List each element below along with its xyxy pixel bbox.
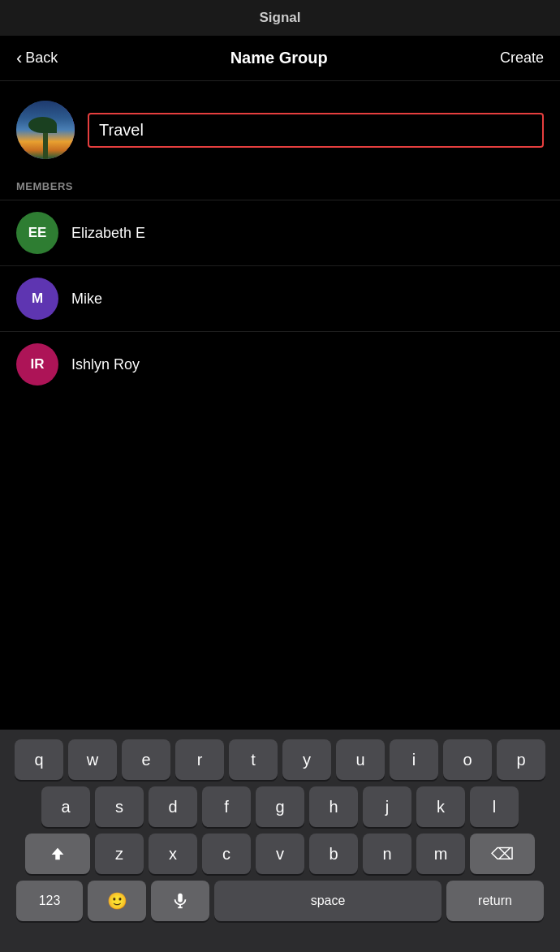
nav-bar: ‹ Back Name Group Create bbox=[0, 36, 560, 81]
avatar: IR bbox=[16, 343, 58, 386]
key-a[interactable]: a bbox=[41, 786, 90, 827]
emoji-key[interactable]: 🙂 bbox=[88, 881, 146, 921]
key-d[interactable]: d bbox=[149, 786, 197, 827]
avatar-initials: EE bbox=[28, 225, 47, 241]
back-label: Back bbox=[25, 50, 58, 67]
key-s[interactable]: s bbox=[95, 786, 144, 827]
group-avatar-image bbox=[16, 101, 75, 159]
numbers-label: 123 bbox=[39, 894, 61, 908]
key-l[interactable]: l bbox=[470, 786, 519, 827]
back-chevron-icon: ‹ bbox=[16, 50, 22, 67]
key-t[interactable]: t bbox=[229, 739, 278, 780]
shift-icon bbox=[49, 845, 67, 863]
group-name-section bbox=[0, 81, 560, 172]
members-label: MEMBERS bbox=[16, 180, 73, 192]
key-j[interactable]: j bbox=[363, 786, 411, 827]
key-k[interactable]: k bbox=[416, 786, 465, 827]
group-name-input-wrapper bbox=[88, 113, 544, 148]
back-button[interactable]: ‹ Back bbox=[16, 50, 58, 67]
key-n[interactable]: n bbox=[363, 834, 411, 874]
members-header: MEMBERS bbox=[0, 172, 560, 200]
key-o[interactable]: o bbox=[443, 739, 492, 780]
numbers-key[interactable]: 123 bbox=[16, 881, 83, 921]
group-name-input[interactable] bbox=[99, 121, 532, 140]
mic-icon bbox=[171, 892, 189, 910]
list-item: IR Ishlyn Roy bbox=[0, 331, 560, 397]
group-avatar[interactable] bbox=[16, 101, 75, 159]
status-bar: Signal bbox=[0, 0, 560, 36]
status-bar-title: Signal bbox=[259, 10, 300, 26]
keyboard: q w e r t y u i o p a s d f g h j k l z … bbox=[0, 730, 560, 952]
avatar-initials: M bbox=[32, 291, 43, 307]
space-key[interactable]: space bbox=[214, 881, 442, 921]
key-w[interactable]: w bbox=[68, 739, 117, 780]
svg-rect-0 bbox=[178, 894, 183, 902]
key-q[interactable]: q bbox=[15, 739, 63, 780]
return-label: return bbox=[478, 894, 512, 908]
backspace-key[interactable]: ⌫ bbox=[470, 834, 535, 874]
member-name: Mike bbox=[71, 291, 102, 308]
key-p[interactable]: p bbox=[497, 739, 545, 780]
key-v[interactable]: v bbox=[256, 834, 304, 874]
avatar: M bbox=[16, 278, 58, 320]
avatar-initials: IR bbox=[31, 356, 45, 373]
shift-key[interactable] bbox=[25, 834, 90, 874]
key-z[interactable]: z bbox=[95, 834, 144, 874]
key-e[interactable]: e bbox=[122, 739, 170, 780]
key-m[interactable]: m bbox=[416, 834, 465, 874]
key-c[interactable]: c bbox=[202, 834, 251, 874]
backspace-icon: ⌫ bbox=[491, 844, 514, 864]
keyboard-row-3: z x c v b n m ⌫ bbox=[5, 834, 555, 874]
create-button[interactable]: Create bbox=[500, 50, 544, 67]
return-key[interactable]: return bbox=[446, 881, 544, 921]
list-item: M Mike bbox=[0, 265, 560, 331]
key-y[interactable]: y bbox=[282, 739, 331, 780]
emoji-icon: 🙂 bbox=[107, 891, 127, 911]
key-i[interactable]: i bbox=[390, 739, 438, 780]
member-name: Ishlyn Roy bbox=[71, 356, 140, 373]
space-label: space bbox=[311, 894, 346, 908]
key-h[interactable]: h bbox=[309, 786, 358, 827]
key-x[interactable]: x bbox=[149, 834, 197, 874]
key-r[interactable]: r bbox=[175, 739, 224, 780]
key-g[interactable]: g bbox=[256, 786, 304, 827]
keyboard-row-2: a s d f g h j k l bbox=[5, 786, 555, 827]
mic-key[interactable] bbox=[151, 881, 209, 921]
keyboard-row-1: q w e r t y u i o p bbox=[5, 739, 555, 780]
key-f[interactable]: f bbox=[202, 786, 251, 827]
page-title: Name Group bbox=[230, 49, 328, 67]
keyboard-row-4: 123 🙂 space return bbox=[5, 881, 555, 921]
avatar: EE bbox=[16, 212, 58, 254]
member-name: Elizabeth E bbox=[71, 225, 145, 242]
list-item: EE Elizabeth E bbox=[0, 200, 560, 265]
members-list: EE Elizabeth E M Mike IR Ishlyn Roy bbox=[0, 200, 560, 397]
key-u[interactable]: u bbox=[336, 739, 385, 780]
key-b[interactable]: b bbox=[309, 834, 358, 874]
